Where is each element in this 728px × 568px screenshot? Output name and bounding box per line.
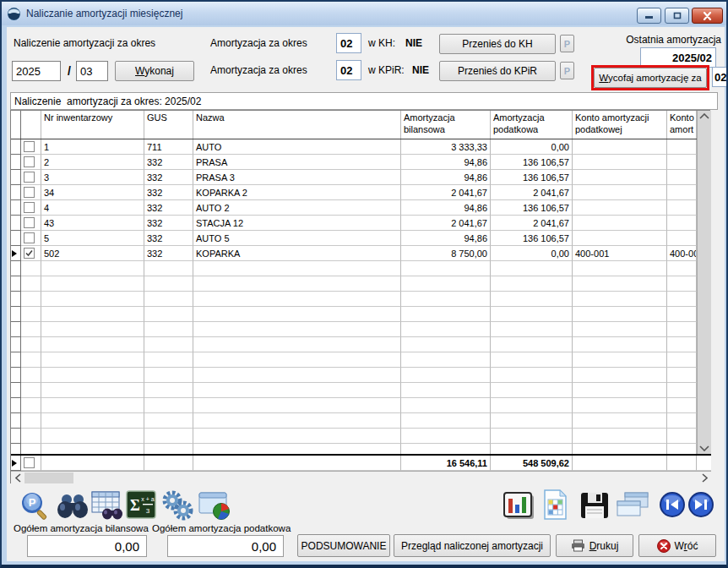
cell-bilansowa [401,383,491,398]
cell-gus [144,444,193,454]
grid-header-blank[interactable] [11,111,21,139]
row-checkbox[interactable] [24,248,35,259]
nav-first-button[interactable] [659,491,686,522]
table-row[interactable] [11,444,697,454]
przeglad-button[interactable]: Przegląd naliczonej amortyzacji [394,534,551,557]
spreadsheet-doc-icon[interactable] [541,489,569,524]
row-checkbox[interactable] [24,172,35,183]
table-row[interactable]: 34332KOPARKA 22 041,672 041,67 [11,185,697,200]
table-row[interactable] [11,322,697,337]
row-checkbox[interactable] [24,156,35,167]
nav-last-button[interactable] [687,491,714,522]
cell-nr: 502 [41,246,144,261]
restore-button[interactable] [665,8,689,24]
row-checkbox[interactable] [24,217,35,228]
wycofaj-highlight: Wycofaj amortyzację za [591,65,709,90]
cell-podatkowa: 136 106,57 [491,170,573,185]
cell-gus [144,322,193,337]
table-row[interactable] [11,292,697,307]
table-search-icon[interactable] [91,490,125,523]
table-row[interactable] [11,261,697,276]
cell-konto_pod [573,322,667,337]
scroll-down-icon[interactable] [699,445,709,451]
checkbox-cell [21,200,41,216]
row-checkbox[interactable] [24,141,35,152]
checkbox-cell [21,139,41,155]
table-row[interactable] [11,352,697,368]
search-p-icon[interactable]: P [19,490,51,524]
row-indicator [11,155,21,170]
row-checkbox[interactable] [24,232,35,243]
wroc-button[interactable]: Wróć [638,534,716,557]
drukuj-button[interactable]: Drukuj [556,534,633,557]
table-row[interactable] [11,413,697,429]
row-indicator [11,413,21,429]
grid-header-blank[interactable] [21,111,41,139]
podsumowanie-button[interactable]: PODSUMOWANIE [297,534,390,557]
table-row[interactable] [11,368,697,383]
table-row[interactable]: 1711AUTO3 333,330,00 [11,139,697,155]
table-row[interactable] [11,276,697,292]
amort-period-kh-label: Amortyzacja za okres [210,37,307,49]
table-row[interactable]: 2332PRASA94,86136 106,57 [11,155,697,170]
scroll-left-icon[interactable] [12,472,24,483]
table-row[interactable] [11,307,697,322]
p-kpir-button[interactable]: P [560,62,574,79]
row-indicator [11,292,21,307]
grid-column-header[interactable]: Amortyzacja podatkowa [491,111,573,139]
bar-chart-icon[interactable] [502,490,537,526]
table-row[interactable] [11,398,697,413]
wykonaj-button[interactable]: Wykonaj [115,61,194,81]
save-icon[interactable] [578,490,611,524]
table-row[interactable]: 3332PRASA 394,86136 106,57 [11,170,697,185]
row-indicator [11,429,21,444]
cell-konto_amort [667,444,697,454]
hscroll-thumb[interactable] [24,472,73,483]
grid-column-header[interactable]: Nazwa [193,111,401,139]
cell-konto_pod [573,456,667,471]
wycofaj-amortyzacje-button[interactable]: Wycofaj amortyzację za [594,68,707,88]
row-checkbox[interactable] [24,457,35,468]
close-button[interactable] [692,8,723,24]
year-input[interactable] [12,61,61,81]
checkbox-cell [21,170,41,185]
scroll-right-icon[interactable] [698,472,710,483]
cell-nr: 2 [41,155,144,170]
binoculars-icon[interactable] [56,492,90,522]
p-kh-button[interactable]: P [560,35,574,52]
table-row[interactable]: 502332KOPARKA8 750,000,00400-001400-001 [11,246,697,261]
gears-icon[interactable] [160,490,194,524]
table-row[interactable] [11,337,697,352]
titlebar[interactable]: Naliczanie amortyzacji miesięcznej [2,2,726,25]
cell-nr: 43 [41,216,144,231]
cell-konto_amort [667,261,697,276]
grid-header[interactable]: Nr inwentarzowyGUSNazwaAmortyzacja bilan… [11,111,697,139]
cell-bilansowa [401,352,491,368]
table-row[interactable]: 5332AUTO 594,86136 106,57 [11,231,697,246]
table-row[interactable]: 43332STACJA 122 041,672 041,67 [11,216,697,231]
horizontal-scrollbar[interactable] [11,471,711,484]
cell-podatkowa [491,307,573,322]
month-input[interactable] [76,61,108,81]
copy-windows-icon[interactable] [615,492,650,522]
vertical-scrollbar[interactable] [697,111,711,454]
cell-gus: 711 [144,139,193,155]
report-window-icon[interactable] [198,492,233,524]
sum-board-icon[interactable]: Σ x + a 3 [126,490,156,522]
minimize-button[interactable] [637,8,661,24]
grid-column-header[interactable]: GUS [144,111,193,139]
table-row[interactable] [11,429,697,444]
row-checkbox[interactable] [24,202,35,213]
grid-column-header[interactable]: Konto amort [667,111,697,139]
grid-column-header[interactable]: Nr inwentarzowy [41,111,144,139]
cell-konto_amort [667,368,697,383]
scroll-up-icon[interactable] [699,113,709,119]
table-row[interactable] [11,383,697,398]
przenies-do-kpir-button[interactable]: Przenieś do KPiR [439,61,556,81]
przenies-do-kh-button[interactable]: Przenieś do KH [439,34,556,54]
cell-gus [144,398,193,413]
grid-column-header[interactable]: Amortyzacja bilansowa [401,111,491,139]
table-row[interactable]: 4332AUTO 294,86136 106,57 [11,200,697,216]
row-checkbox[interactable] [24,187,35,198]
grid-column-header[interactable]: Konto amortyzacji podatkowej [573,111,667,139]
